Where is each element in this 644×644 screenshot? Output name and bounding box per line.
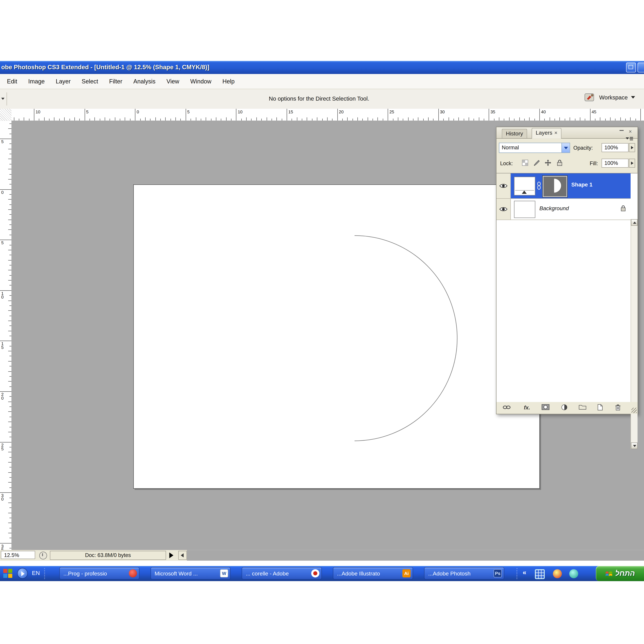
ruler-tick: [69, 119, 70, 121]
layer-row-background[interactable]: Background: [496, 199, 631, 220]
scroll-down-button[interactable]: [631, 442, 638, 449]
horizontal-ruler[interactable]: 105051015202530354045: [11, 109, 644, 121]
link-layers-button[interactable]: [503, 404, 511, 411]
ruler-tick: [8, 260, 11, 260]
workspace-control[interactable]: Workspace: [584, 92, 635, 102]
language-indicator[interactable]: EN: [32, 570, 40, 576]
menu-item-filter[interactable]: Filter: [109, 78, 122, 85]
ruler-tick: [484, 119, 484, 121]
lock-row: Lock: Fill: 100%: [496, 158, 638, 170]
taskbar-button-illustrator[interactable]: ...Adobe Illustrato Ai: [333, 567, 413, 580]
tab-close-icon[interactable]: ×: [554, 130, 557, 136]
palette-minimize-icon[interactable]: [620, 130, 624, 131]
menu-item-layer[interactable]: Layer: [56, 78, 71, 85]
menu-item-select[interactable]: Select: [82, 78, 98, 85]
ruler-tick: [79, 119, 80, 121]
menu-item-edit[interactable]: Edit: [7, 78, 17, 85]
opacity-label: Opacity:: [573, 145, 593, 151]
ruler-tick: [44, 117, 44, 121]
tray-icon-3[interactable]: [569, 569, 578, 578]
taskbar-separator: [44, 568, 45, 579]
lock-all-icon[interactable]: [557, 159, 562, 168]
combo-arrow-icon[interactable]: [562, 143, 570, 153]
quick-launch-icon[interactable]: [3, 569, 12, 578]
scroll-left-button[interactable]: [178, 551, 187, 560]
taskbar-button-prog[interactable]: ...Prog - professio: [59, 567, 140, 580]
h-ruler-label: 5: [86, 110, 88, 114]
ruler-corner[interactable]: [0, 109, 12, 121]
zoom-level-field[interactable]: 12.5%: [1, 551, 35, 559]
restore-button[interactable]: [626, 63, 636, 72]
taskbar-button-corel[interactable]: ... corelle - Adobe: [242, 567, 322, 580]
ruler-tick: [307, 117, 307, 121]
ruler-tick: [135, 109, 135, 121]
ruler-tick: [89, 119, 90, 121]
add-mask-button[interactable]: [541, 404, 550, 412]
document-canvas[interactable]: [133, 185, 540, 489]
status-bar: 12.5% Doc: 63.8M/0 bytes: [0, 550, 644, 561]
menu-item-help[interactable]: Help: [222, 78, 235, 85]
lock-transparency-icon[interactable]: [522, 159, 528, 168]
opacity-field[interactable]: 100%: [602, 143, 629, 152]
layer-thumbnail[interactable]: [514, 201, 535, 218]
lock-position-icon[interactable]: [545, 159, 551, 168]
layer-style-button[interactable]: fx.: [524, 405, 530, 411]
ruler-tick: [459, 117, 459, 121]
vector-mask-thumbnail[interactable]: [543, 176, 567, 197]
scroll-up-button[interactable]: [631, 219, 638, 226]
blend-mode-select[interactable]: Normal: [499, 143, 570, 153]
visibility-toggle[interactable]: [496, 173, 511, 199]
menu-item-view[interactable]: View: [167, 78, 179, 85]
palette-close-icon[interactable]: ×: [629, 128, 632, 135]
new-layer-button[interactable]: [597, 404, 603, 412]
start-button[interactable]: התחל: [596, 566, 644, 581]
v-ruler-label: 3 0: [1, 494, 4, 501]
title-bar[interactable]: obe Photoshop CS3 Extended - [Untitled-1…: [0, 61, 644, 74]
lock-image-icon[interactable]: [533, 159, 540, 168]
ruler-tick: [383, 119, 383, 121]
layers-scrollbar[interactable]: [631, 219, 638, 449]
taskbar-button-word[interactable]: Microsoft Word ... W: [150, 567, 231, 580]
language-bar-button[interactable]: [17, 568, 28, 579]
status-menu-arrow-icon[interactable]: [169, 553, 173, 558]
new-group-button[interactable]: [579, 404, 587, 411]
h-ruler-label: 0: [137, 110, 139, 114]
visibility-toggle[interactable]: [496, 199, 511, 220]
adjustment-layer-button[interactable]: [561, 404, 568, 412]
palette-tab-strip: History Layers× ×: [496, 127, 638, 139]
mask-link-icon[interactable]: [537, 182, 541, 191]
fill-field[interactable]: 100%: [602, 159, 629, 168]
taskbar-button-photoshop[interactable]: ...Adobe Photosh Ps: [424, 567, 504, 580]
h-ruler-label: 10: [36, 110, 40, 114]
ruler-tick: [287, 109, 287, 121]
layer-thumbnail[interactable]: [514, 177, 535, 195]
menu-item-image[interactable]: Image: [28, 78, 45, 85]
menu-item-analysis[interactable]: Analysis: [133, 78, 155, 85]
ruler-tick: [130, 119, 131, 121]
ruler-tick: [393, 119, 393, 121]
resize-grip[interactable]: [631, 408, 637, 413]
layer-name[interactable]: Shape 1: [571, 182, 592, 188]
fill-slider-button[interactable]: [629, 159, 635, 168]
tab-layers[interactable]: Layers×: [532, 128, 562, 139]
palette-menu-icon[interactable]: [625, 135, 634, 143]
delete-layer-button[interactable]: [615, 404, 621, 412]
vertical-ruler[interactable]: 5051 01 52 02 53 03 5: [0, 121, 12, 550]
doc-size-indicator[interactable]: Doc: 63.8M/0 bytes: [50, 551, 166, 560]
tray-collapse-chevron[interactable]: «: [523, 569, 526, 576]
menu-item-window[interactable]: Window: [190, 78, 211, 85]
tool-preset-picker[interactable]: [0, 92, 7, 106]
ruler-tick: [100, 119, 100, 121]
ruler-tick: [570, 117, 570, 121]
close-button[interactable]: [638, 63, 644, 72]
tab-history[interactable]: History: [502, 129, 527, 138]
tray-icon-1[interactable]: [535, 569, 545, 579]
layer-name[interactable]: Background: [539, 205, 569, 212]
tray-icon-2[interactable]: [553, 569, 562, 578]
opacity-slider-button[interactable]: [629, 143, 635, 152]
layer-row-shape1[interactable]: Shape 1: [496, 173, 631, 199]
window-title: obe Photoshop CS3 Extended - [Untitled-1…: [1, 63, 209, 71]
ruler-tick: [95, 117, 95, 121]
ruler-tick: [155, 117, 156, 121]
ruler-tick: [640, 109, 641, 121]
